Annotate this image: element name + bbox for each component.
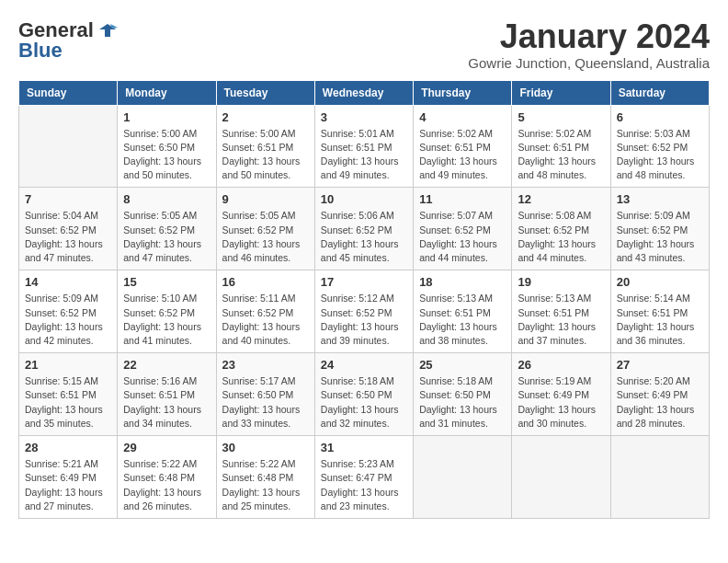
day-info: Sunrise: 5:01 AMSunset: 6:51 PMDaylight:… <box>321 127 407 183</box>
day-info: Sunrise: 5:13 AMSunset: 6:51 PMDaylight:… <box>419 292 506 348</box>
day-number: 27 <box>617 358 703 372</box>
logo-blue: Blue <box>18 39 63 63</box>
day-cell: 24Sunrise: 5:18 AMSunset: 6:50 PMDayligh… <box>314 353 413 436</box>
day-number: 5 <box>518 110 604 124</box>
day-cell: 4Sunrise: 5:02 AMSunset: 6:51 PMDaylight… <box>414 105 512 188</box>
title-block: January 2024 Gowrie Junction, Queensland… <box>468 18 710 71</box>
day-cell: 6Sunrise: 5:03 AMSunset: 6:52 PMDaylight… <box>610 105 709 188</box>
day-cell: 26Sunrise: 5:19 AMSunset: 6:49 PMDayligh… <box>512 353 610 436</box>
day-number: 6 <box>617 110 703 124</box>
location-title: Gowrie Junction, Queensland, Australia <box>468 55 710 71</box>
day-info: Sunrise: 5:21 AMSunset: 6:49 PMDaylight:… <box>25 457 111 513</box>
day-info: Sunrise: 5:15 AMSunset: 6:51 PMDaylight:… <box>25 374 111 431</box>
week-row-2: 7Sunrise: 5:04 AMSunset: 6:52 PMDaylight… <box>19 188 710 270</box>
header-thursday: Thursday <box>414 80 512 105</box>
day-cell <box>512 436 610 519</box>
day-number: 12 <box>518 192 604 206</box>
calendar-header-row: SundayMondayTuesdayWednesdayThursdayFrid… <box>19 80 710 105</box>
day-info: Sunrise: 5:02 AMSunset: 6:51 PMDaylight:… <box>419 127 506 183</box>
day-number: 16 <box>222 275 309 289</box>
day-number: 29 <box>123 441 210 454</box>
day-cell <box>19 105 118 188</box>
day-cell: 19Sunrise: 5:13 AMSunset: 6:51 PMDayligh… <box>512 270 610 353</box>
day-cell: 16Sunrise: 5:11 AMSunset: 6:52 PMDayligh… <box>216 270 314 353</box>
day-cell: 21Sunrise: 5:15 AMSunset: 6:51 PMDayligh… <box>19 353 118 436</box>
day-cell: 22Sunrise: 5:16 AMSunset: 6:51 PMDayligh… <box>118 353 216 436</box>
day-number: 7 <box>25 192 111 206</box>
day-cell: 17Sunrise: 5:12 AMSunset: 6:52 PMDayligh… <box>314 270 413 353</box>
day-info: Sunrise: 5:06 AMSunset: 6:52 PMDaylight:… <box>321 209 407 265</box>
day-number: 1 <box>123 110 210 124</box>
day-info: Sunrise: 5:14 AMSunset: 6:51 PMDaylight:… <box>617 292 703 348</box>
day-number: 31 <box>321 441 407 454</box>
header-tuesday: Tuesday <box>216 80 314 105</box>
day-info: Sunrise: 5:11 AMSunset: 6:52 PMDaylight:… <box>222 292 309 348</box>
day-info: Sunrise: 5:10 AMSunset: 6:52 PMDaylight:… <box>123 292 210 348</box>
header-sunday: Sunday <box>19 80 118 105</box>
day-info: Sunrise: 5:02 AMSunset: 6:51 PMDaylight:… <box>518 127 604 183</box>
day-cell: 18Sunrise: 5:13 AMSunset: 6:51 PMDayligh… <box>414 270 512 353</box>
day-info: Sunrise: 5:22 AMSunset: 6:48 PMDaylight:… <box>222 457 309 513</box>
day-number: 30 <box>222 441 309 454</box>
day-info: Sunrise: 5:08 AMSunset: 6:52 PMDaylight:… <box>518 209 604 265</box>
day-number: 8 <box>123 192 210 206</box>
day-info: Sunrise: 5:00 AMSunset: 6:51 PMDaylight:… <box>222 127 309 183</box>
day-cell: 31Sunrise: 5:23 AMSunset: 6:47 PMDayligh… <box>314 436 413 519</box>
week-row-3: 14Sunrise: 5:09 AMSunset: 6:52 PMDayligh… <box>19 270 710 353</box>
day-cell: 8Sunrise: 5:05 AMSunset: 6:52 PMDaylight… <box>118 188 216 270</box>
day-cell: 3Sunrise: 5:01 AMSunset: 6:51 PMDaylight… <box>314 105 413 188</box>
day-cell: 14Sunrise: 5:09 AMSunset: 6:52 PMDayligh… <box>19 270 118 353</box>
day-number: 28 <box>25 441 111 454</box>
day-cell: 13Sunrise: 5:09 AMSunset: 6:52 PMDayligh… <box>610 188 709 270</box>
day-info: Sunrise: 5:16 AMSunset: 6:51 PMDaylight:… <box>123 374 210 431</box>
day-cell: 15Sunrise: 5:10 AMSunset: 6:52 PMDayligh… <box>118 270 216 353</box>
day-info: Sunrise: 5:17 AMSunset: 6:50 PMDaylight:… <box>222 374 309 431</box>
week-row-4: 21Sunrise: 5:15 AMSunset: 6:51 PMDayligh… <box>19 353 710 436</box>
day-cell: 1Sunrise: 5:00 AMSunset: 6:50 PMDaylight… <box>118 105 216 188</box>
day-number: 10 <box>321 192 407 206</box>
day-number: 14 <box>25 275 111 289</box>
day-cell: 27Sunrise: 5:20 AMSunset: 6:49 PMDayligh… <box>610 353 709 436</box>
day-cell <box>610 436 709 519</box>
day-number: 20 <box>617 275 703 289</box>
header-friday: Friday <box>512 80 610 105</box>
day-number: 2 <box>222 110 309 124</box>
day-cell: 28Sunrise: 5:21 AMSunset: 6:49 PMDayligh… <box>19 436 118 519</box>
day-info: Sunrise: 5:19 AMSunset: 6:49 PMDaylight:… <box>518 374 604 431</box>
day-cell: 20Sunrise: 5:14 AMSunset: 6:51 PMDayligh… <box>610 270 709 353</box>
day-info: Sunrise: 5:23 AMSunset: 6:47 PMDaylight:… <box>321 457 407 513</box>
day-number: 26 <box>518 358 604 372</box>
day-number: 9 <box>222 192 309 206</box>
day-info: Sunrise: 5:03 AMSunset: 6:52 PMDaylight:… <box>617 127 703 183</box>
day-number: 18 <box>419 275 506 289</box>
day-info: Sunrise: 5:22 AMSunset: 6:48 PMDaylight:… <box>123 457 210 513</box>
day-info: Sunrise: 5:05 AMSunset: 6:52 PMDaylight:… <box>222 209 309 265</box>
header-saturday: Saturday <box>610 80 709 105</box>
day-number: 21 <box>25 358 111 372</box>
day-cell: 10Sunrise: 5:06 AMSunset: 6:52 PMDayligh… <box>314 188 413 270</box>
day-number: 24 <box>321 358 407 372</box>
week-row-1: 1Sunrise: 5:00 AMSunset: 6:50 PMDaylight… <box>19 105 710 188</box>
day-number: 4 <box>419 110 506 124</box>
header-monday: Monday <box>118 80 216 105</box>
day-info: Sunrise: 5:07 AMSunset: 6:52 PMDaylight:… <box>419 209 506 265</box>
day-number: 15 <box>123 275 210 289</box>
day-number: 19 <box>518 275 604 289</box>
day-info: Sunrise: 5:18 AMSunset: 6:50 PMDaylight:… <box>321 374 407 431</box>
month-title: January 2024 <box>468 18 710 55</box>
day-number: 3 <box>321 110 407 124</box>
day-number: 25 <box>419 358 506 372</box>
day-cell: 9Sunrise: 5:05 AMSunset: 6:52 PMDaylight… <box>216 188 314 270</box>
day-cell: 5Sunrise: 5:02 AMSunset: 6:51 PMDaylight… <box>512 105 610 188</box>
day-cell: 7Sunrise: 5:04 AMSunset: 6:52 PMDaylight… <box>19 188 118 270</box>
day-info: Sunrise: 5:12 AMSunset: 6:52 PMDaylight:… <box>321 292 407 348</box>
day-cell: 23Sunrise: 5:17 AMSunset: 6:50 PMDayligh… <box>216 353 314 436</box>
day-info: Sunrise: 5:00 AMSunset: 6:50 PMDaylight:… <box>123 127 210 183</box>
logo: General Blue <box>18 18 118 63</box>
day-info: Sunrise: 5:18 AMSunset: 6:50 PMDaylight:… <box>419 374 506 431</box>
day-cell: 25Sunrise: 5:18 AMSunset: 6:50 PMDayligh… <box>414 353 512 436</box>
day-info: Sunrise: 5:09 AMSunset: 6:52 PMDaylight:… <box>25 292 111 348</box>
day-cell <box>414 436 512 519</box>
day-cell: 11Sunrise: 5:07 AMSunset: 6:52 PMDayligh… <box>414 188 512 270</box>
day-info: Sunrise: 5:09 AMSunset: 6:52 PMDaylight:… <box>617 209 703 265</box>
